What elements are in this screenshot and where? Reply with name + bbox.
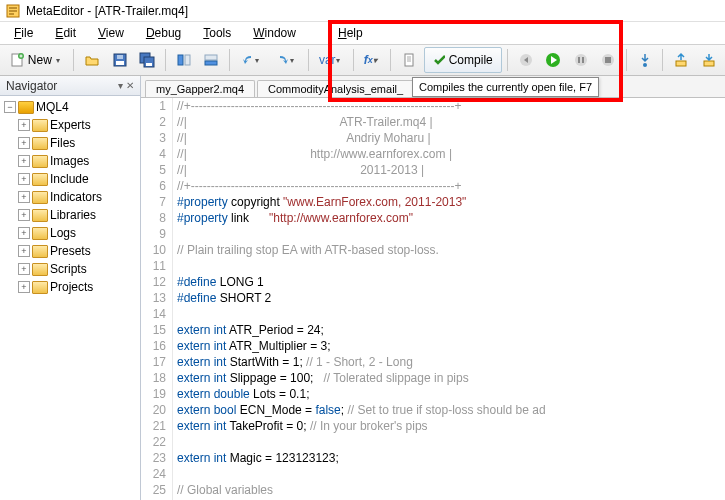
- expand-icon[interactable]: +: [18, 119, 30, 131]
- window-title: MetaEditor - [ATR-Trailer.mq4]: [26, 4, 188, 18]
- tree-item[interactable]: +Scripts: [0, 260, 140, 278]
- window-toggle-button[interactable]: [171, 48, 196, 72]
- menu-tools[interactable]: Tools: [193, 24, 241, 42]
- svg-rect-12: [205, 61, 217, 65]
- tree-label: Scripts: [50, 262, 87, 276]
- editor-tab[interactable]: my_Gapper2.mq4: [145, 80, 255, 97]
- svg-rect-20: [605, 57, 611, 63]
- tree-label: Presets: [50, 244, 91, 258]
- tree-item[interactable]: +Include: [0, 170, 140, 188]
- fx-button[interactable]: fx▾: [359, 48, 385, 72]
- svg-rect-8: [146, 63, 152, 66]
- navigator-title: Navigator: [6, 79, 57, 93]
- document-button[interactable]: [396, 48, 421, 72]
- step-back-button[interactable]: [513, 48, 538, 72]
- tree-label: Files: [50, 136, 75, 150]
- upload-button[interactable]: [668, 48, 693, 72]
- tree-root-label: MQL4: [36, 100, 69, 114]
- folder-icon: [32, 227, 48, 240]
- tree-label: Indicators: [50, 190, 102, 204]
- menu-help[interactable]: Help: [328, 24, 373, 42]
- stop-button[interactable]: [595, 48, 620, 72]
- tree-item[interactable]: +Experts: [0, 116, 140, 134]
- tree-label: Include: [50, 172, 89, 186]
- compile-tooltip: Compiles the currently open file, F7: [412, 77, 599, 97]
- compile-button[interactable]: Compile: [424, 47, 502, 73]
- editor-tab[interactable]: CommodityAnalysis_email_: [257, 80, 414, 97]
- menu-window[interactable]: Window: [243, 24, 306, 42]
- svg-rect-5: [117, 55, 123, 59]
- folder-icon: [32, 137, 48, 150]
- var-button[interactable]: var▾: [314, 48, 348, 72]
- tree-item[interactable]: +Logs: [0, 224, 140, 242]
- chevron-down-icon: ▾: [336, 56, 343, 65]
- tree-root[interactable]: − MQL4: [0, 98, 140, 116]
- expand-icon[interactable]: +: [18, 227, 30, 239]
- collapse-icon[interactable]: −: [4, 101, 16, 113]
- svg-rect-10: [185, 55, 190, 65]
- svg-rect-13: [405, 54, 413, 66]
- new-button[interactable]: New ▾: [4, 48, 68, 72]
- tree-item[interactable]: +Indicators: [0, 188, 140, 206]
- svg-rect-9: [178, 55, 183, 65]
- expand-icon[interactable]: +: [18, 191, 30, 203]
- undo-button[interactable]: ▾: [235, 48, 268, 72]
- chevron-down-icon: ▾: [255, 56, 263, 65]
- mql4-icon: [18, 101, 34, 114]
- pause-button[interactable]: [568, 48, 593, 72]
- menu-view[interactable]: View: [88, 24, 134, 42]
- menu-bar: File Edit View Debug Tools Window Help: [0, 22, 725, 44]
- folder-icon: [32, 245, 48, 258]
- svg-rect-18: [582, 57, 584, 63]
- save-button[interactable]: [107, 48, 132, 72]
- terminal-button[interactable]: [198, 48, 223, 72]
- app-icon: [6, 4, 20, 18]
- folder-icon: [32, 209, 48, 222]
- check-icon: [433, 53, 445, 67]
- expand-icon[interactable]: +: [18, 155, 30, 167]
- play-button[interactable]: [540, 48, 565, 72]
- tree-label: Experts: [50, 118, 91, 132]
- navigator-panel: Navigator ▾ ✕ − MQL4 +Experts+Files+Imag…: [0, 76, 141, 500]
- tree-item[interactable]: +Projects: [0, 278, 140, 296]
- folder-icon: [32, 263, 48, 276]
- expand-icon[interactable]: +: [18, 137, 30, 149]
- chevron-down-icon: ▾: [290, 56, 298, 65]
- menu-edit[interactable]: Edit: [45, 24, 86, 42]
- tree-item[interactable]: +Images: [0, 152, 140, 170]
- navigator-tree: − MQL4 +Experts+Files+Images+Include+Ind…: [0, 96, 140, 298]
- tree-item[interactable]: +Presets: [0, 242, 140, 260]
- save-all-button[interactable]: [134, 48, 159, 72]
- menu-file[interactable]: File: [4, 24, 43, 42]
- redo-button[interactable]: ▾: [270, 48, 303, 72]
- step-into-button[interactable]: [632, 48, 657, 72]
- expand-icon[interactable]: +: [18, 209, 30, 221]
- folder-icon: [32, 191, 48, 204]
- folder-icon: [32, 155, 48, 168]
- navigator-header: Navigator ▾ ✕: [0, 76, 140, 96]
- svg-point-16: [575, 54, 587, 66]
- expand-icon[interactable]: +: [18, 245, 30, 257]
- expand-icon[interactable]: +: [18, 173, 30, 185]
- compile-label: Compile: [449, 53, 493, 67]
- code-editor[interactable]: 1234567891011121314151617181920212223242…: [141, 98, 725, 500]
- pin-icon[interactable]: ▾ ✕: [118, 80, 134, 91]
- svg-rect-4: [116, 61, 124, 65]
- expand-icon[interactable]: +: [18, 263, 30, 275]
- code-area[interactable]: //+-------------------------------------…: [173, 98, 725, 500]
- new-label: New: [28, 53, 52, 67]
- download-button[interactable]: [696, 48, 721, 72]
- folder-icon: [32, 281, 48, 294]
- svg-rect-23: [704, 61, 714, 66]
- menu-debug[interactable]: Debug: [136, 24, 191, 42]
- tree-label: Logs: [50, 226, 76, 240]
- folder-icon: [32, 119, 48, 132]
- tree-label: Projects: [50, 280, 93, 294]
- svg-rect-11: [205, 55, 217, 60]
- svg-rect-17: [578, 57, 580, 63]
- tree-item[interactable]: +Libraries: [0, 206, 140, 224]
- line-gutter: 1234567891011121314151617181920212223242…: [141, 98, 173, 500]
- expand-icon[interactable]: +: [18, 281, 30, 293]
- tree-item[interactable]: +Files: [0, 134, 140, 152]
- open-button[interactable]: [79, 48, 104, 72]
